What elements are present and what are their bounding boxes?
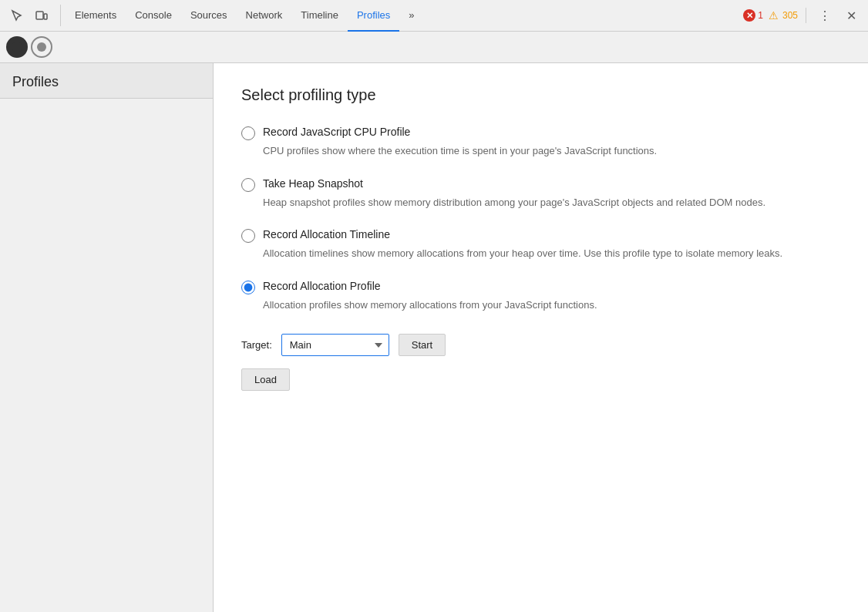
option-row-alloc-timeline: Record Allocation Timeline [241,228,840,243]
device-mode-icon[interactable] [31,5,52,26]
more-options-button[interactable]: ⋮ [814,5,836,26]
option-desc-alloc-timeline: Allocation timelines show memory allocat… [263,246,787,261]
toolbar-divider [806,8,806,23]
option-group-alloc-timeline: Record Allocation Timeline Allocation ti… [241,228,840,261]
option-row-alloc-profile: Record Allocation Profile [241,280,840,294]
load-button[interactable]: Load [241,368,290,391]
target-label: Target: [241,339,272,351]
close-devtools-button[interactable]: ✕ [840,5,862,26]
tab-network[interactable]: Network [237,0,292,32]
warning-badge[interactable]: ⚠ 305 [768,9,798,22]
radio-cpu[interactable] [241,126,255,140]
option-desc-heap: Heap snapshot profiles show memory distr… [263,195,787,210]
record-icon [12,42,22,52]
target-row: Target: Main Start [241,334,840,356]
sidebar-title: Profiles [0,63,213,99]
stop-icon [37,42,46,52]
sidebar: Profiles [0,63,214,612]
tab-profiles[interactable]: Profiles [348,0,399,32]
warning-icon: ⚠ [768,9,780,22]
stop-button[interactable] [31,36,52,58]
profiling-section-title: Select profiling type [241,86,840,104]
svg-rect-1 [44,14,47,19]
radio-heap[interactable] [241,178,255,192]
start-button[interactable]: Start [399,334,446,356]
option-row-heap: Take Heap Snapshot [241,177,840,192]
tab-timeline[interactable]: Timeline [291,0,348,32]
error-icon: ✕ [743,9,755,22]
option-label-alloc-timeline[interactable]: Record Allocation Timeline [263,228,390,240]
option-group-alloc-profile: Record Allocation Profile Allocation pro… [241,280,840,313]
target-select[interactable]: Main [281,334,389,356]
toolbar: Elements Console Sources Network Timelin… [0,0,868,32]
tab-elements[interactable]: Elements [66,0,126,32]
tab-sources[interactable]: Sources [181,0,237,32]
option-desc-cpu: CPU profiles show where the execution ti… [263,143,787,159]
inspect-element-icon[interactable] [6,5,28,26]
error-badge[interactable]: ✕ 1 [743,9,763,22]
radio-allocation-profile[interactable] [241,281,255,294]
tab-console[interactable]: Console [126,0,181,32]
second-bar [0,32,868,63]
option-row-cpu: Record JavaScript CPU Profile [241,126,840,140]
option-label-alloc-profile[interactable]: Record Allocation Profile [263,280,381,292]
tab-list: Elements Console Sources Network Timelin… [66,0,743,32]
option-label-cpu[interactable]: Record JavaScript CPU Profile [263,126,410,138]
option-group-cpu: Record JavaScript CPU Profile CPU profil… [241,126,840,159]
radio-allocation-timeline[interactable] [241,229,255,243]
content-panel: Select profiling type Record JavaScript … [214,63,868,612]
option-label-heap[interactable]: Take Heap Snapshot [263,177,363,190]
svg-rect-0 [36,12,43,19]
record-button[interactable] [6,36,28,58]
option-group-heap: Take Heap Snapshot Heap snapshot profile… [241,177,840,210]
devtools-mode-icons [6,5,61,26]
toolbar-right: ✕ 1 ⚠ 305 ⋮ ✕ [743,5,862,26]
tab-more[interactable]: » [399,0,423,32]
main-layout: Profiles Select profiling type Record Ja… [0,63,868,612]
option-desc-alloc-profile: Allocation profiles show memory allocati… [263,298,787,313]
